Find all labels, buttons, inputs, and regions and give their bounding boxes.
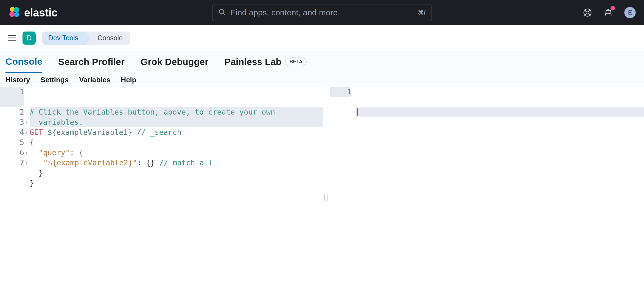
gutter-line: 1 — [330, 87, 351, 97]
console-toolbar: History Settings Variables Help — [0, 73, 644, 87]
gutter-line: 2 — [0, 107, 24, 117]
request-editor[interactable]: # Click the Variables button, above, to … — [27, 87, 323, 307]
svg-point-1 — [14, 7, 19, 13]
editor-area: 1 2 3 4 5 6 7 # Click the Variables butt… — [0, 87, 644, 307]
logo[interactable]: elastic — [8, 6, 57, 19]
gutter-line: 1 — [0, 87, 24, 107]
user-avatar[interactable]: E — [624, 7, 636, 18]
toolbar-settings[interactable]: Settings — [41, 76, 69, 84]
space-badge[interactable]: D — [23, 32, 36, 45]
global-header: elastic Find apps, content, and more. ⌘/ — [0, 0, 644, 25]
nav-toggle-icon[interactable] — [8, 35, 16, 41]
search-icon — [219, 8, 226, 17]
svg-point-14 — [609, 13, 610, 14]
logo-text: elastic — [24, 7, 57, 19]
svg-point-7 — [586, 11, 589, 14]
search-placeholder: Find apps, content, and more. — [231, 8, 418, 17]
toolbar-variables[interactable]: Variables — [79, 76, 110, 84]
request-pane: 1 2 3 4 5 6 7 # Click the Variables butt… — [0, 87, 323, 307]
svg-point-3 — [14, 12, 19, 17]
svg-line-10 — [584, 14, 586, 16]
svg-line-5 — [223, 13, 225, 15]
svg-point-12 — [606, 13, 607, 14]
gutter-line[interactable]: 4 — [0, 127, 24, 137]
gutter-line[interactable]: 7 — [0, 158, 24, 168]
search-shortcut: ⌘/ — [418, 9, 425, 16]
toolbar-help[interactable]: Help — [121, 76, 136, 84]
tab-painless-lab-label: Painless Lab — [225, 56, 282, 67]
beta-badge: BETA — [285, 58, 307, 66]
breadcrumb-dev-tools[interactable]: Dev Tools — [42, 32, 86, 45]
request-gutter: 1 2 3 4 5 6 7 — [0, 87, 27, 307]
svg-point-2 — [9, 12, 15, 17]
breadcrumb: Dev Tools Console — [42, 32, 130, 45]
pane-splitter[interactable]: || — [322, 193, 328, 201]
response-editor[interactable] — [355, 87, 644, 307]
response-pane: 1 — [330, 87, 644, 307]
notification-dot — [611, 6, 615, 10]
sub-header: D Dev Tools Console — [0, 25, 644, 51]
header-actions: E — [583, 7, 636, 18]
news-icon[interactable] — [603, 8, 613, 18]
svg-line-11 — [589, 14, 590, 16]
gutter-line[interactable]: 3 — [0, 117, 24, 127]
tabs: Console Search Profiler Grok Debugger Pa… — [0, 51, 644, 73]
svg-line-8 — [584, 10, 586, 12]
gutter-line: 5 — [0, 137, 24, 147]
tab-grok-debugger[interactable]: Grok Debugger — [141, 52, 208, 72]
tab-painless-lab[interactable]: Painless Lab BETA — [225, 52, 307, 72]
help-icon[interactable] — [583, 8, 592, 18]
svg-point-4 — [219, 9, 223, 13]
cursor-icon — [357, 108, 358, 116]
tab-search-profiler[interactable]: Search Profiler — [58, 52, 125, 72]
response-gutter: 1 — [330, 87, 355, 307]
svg-line-9 — [589, 10, 590, 12]
gutter-line[interactable]: 6 — [0, 147, 24, 158]
elastic-logo-icon — [8, 6, 20, 19]
global-search[interactable]: Find apps, content, and more. ⌘/ — [212, 4, 432, 21]
breadcrumb-console: Console — [86, 32, 130, 45]
svg-point-13 — [608, 13, 609, 14]
tab-console[interactable]: Console — [5, 51, 42, 73]
toolbar-history[interactable]: History — [5, 76, 30, 84]
